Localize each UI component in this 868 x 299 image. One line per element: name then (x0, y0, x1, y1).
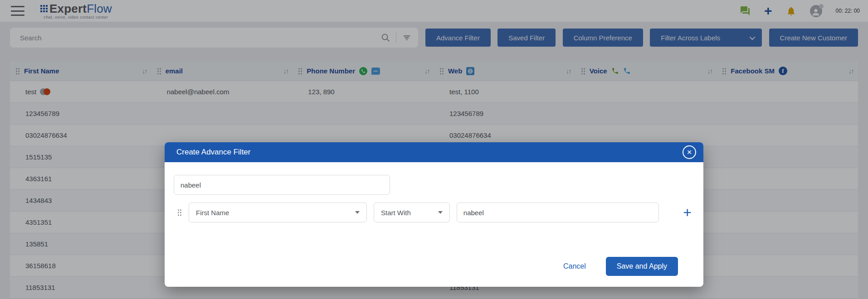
customer-list-page: ExpertFlow chat, voice, video contact ce… (0, 0, 868, 299)
field-select[interactable]: First Name (189, 203, 367, 222)
operator-select-value: Start With (381, 209, 411, 217)
field-select-value: First Name (196, 209, 229, 217)
filter-name-input[interactable] (174, 175, 390, 195)
condition-drag-handle[interactable] (177, 209, 182, 216)
save-and-apply-button[interactable]: Save and Apply (606, 257, 678, 276)
modal-header: Create Advance Filter (165, 142, 703, 162)
operator-select[interactable]: Start With (374, 203, 450, 222)
modal-footer: Cancel Save and Apply (174, 257, 692, 287)
modal-body: First Name Start With Cancel Save and Ap… (165, 162, 703, 287)
close-icon[interactable] (683, 145, 696, 159)
modal-title: Create Advance Filter (176, 148, 250, 157)
dropdown-arrow-icon (438, 211, 443, 214)
filter-condition-row: First Name Start With (174, 203, 692, 222)
create-advance-filter-modal: Create Advance Filter First Name Start W… (165, 142, 703, 287)
dropdown-arrow-icon (355, 211, 360, 214)
cancel-button[interactable]: Cancel (563, 262, 586, 270)
add-condition-icon[interactable] (683, 206, 692, 219)
condition-value-input[interactable] (457, 203, 659, 222)
